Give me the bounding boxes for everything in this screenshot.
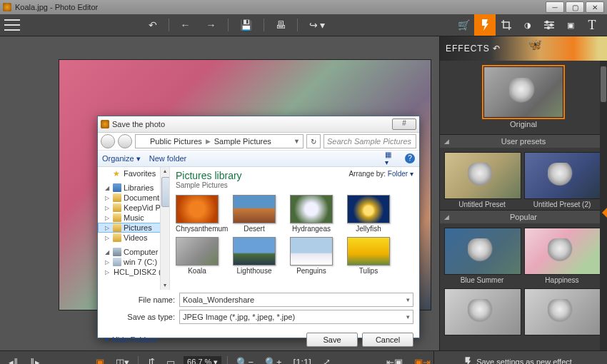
tree-item-selected[interactable]: Pictures <box>124 223 152 232</box>
forward-button[interactable]: → <box>202 16 221 34</box>
dialog-title: Save the photo <box>112 120 392 128</box>
tree-libraries[interactable]: Libraries <box>124 183 154 192</box>
breadcrumb-seg[interactable]: Public Pictures <box>150 137 202 146</box>
file-thumb[interactable]: Hydrangeas <box>290 195 333 233</box>
save-confirm-button[interactable]: Save <box>306 333 358 347</box>
file-thumb[interactable]: Penguins <box>290 237 333 275</box>
effects-panel: EFFECTS ↶ 🦋 Original ◢User presets Untit… <box>439 36 607 350</box>
tree-item[interactable]: Videos <box>124 233 147 242</box>
effect-thumb[interactable]: Untitled Preset <box>444 152 520 208</box>
refresh-button[interactable]: ↻ <box>306 134 321 148</box>
window-maximize-button[interactable]: ▢ <box>566 1 584 13</box>
search-input[interactable]: Search Sample Pictures <box>323 134 416 148</box>
dialog-nav: Public Pictures ▶ Sample Pictures ▼ ↻ Se… <box>98 133 419 151</box>
dialog-close-button[interactable]: # <box>392 118 416 130</box>
breadcrumb[interactable]: Public Pictures ▶ Sample Pictures ▼ <box>135 134 304 148</box>
dialog-titlebar[interactable]: Save the photo # <box>98 116 419 133</box>
effect-original-thumb[interactable] <box>483 66 563 118</box>
file-name-label: File name: <box>119 295 175 304</box>
file-thumb[interactable]: Jellyfish <box>347 195 390 233</box>
effect-thumb[interactable]: Happiness <box>524 228 600 284</box>
fill-button[interactable]: ⤢ <box>320 355 333 365</box>
effects-scrollbar[interactable] <box>600 61 607 350</box>
breadcrumb-dropdown-icon[interactable]: ▼ <box>294 138 300 145</box>
file-thumb-label: Hydrangeas <box>290 225 333 233</box>
tree-item[interactable]: Music <box>124 213 144 222</box>
canvas-area[interactable]: Save the photo # Public Pictures ▶ Sampl… <box>0 36 439 350</box>
file-thumb-label: Jellyfish <box>347 225 390 233</box>
save-button[interactable]: 💾 <box>236 16 256 34</box>
adjust-tab[interactable] <box>538 14 560 36</box>
histogram-button[interactable]: ▭ <box>164 355 178 365</box>
tree-drive[interactable]: win 7 (C:) <box>124 258 157 266</box>
breadcrumb-seg[interactable]: Sample Pictures <box>214 137 271 146</box>
undo-button[interactable]: ↶ <box>144 16 161 34</box>
file-thumb-label: Chrysanthemum <box>176 225 219 233</box>
single-view-button[interactable]: ▣ <box>93 355 107 365</box>
zoom-in-button[interactable]: 🔍+ <box>262 355 285 365</box>
text-tab[interactable]: T <box>581 14 603 36</box>
save-type-select[interactable]: JPEG Image (*.jpg, *.jpeg, *.jpe)▾ <box>179 310 413 324</box>
effect-thumb[interactable]: Untitled Preset (2) <box>524 152 600 208</box>
effect-label: Untitled Preset <box>444 201 520 208</box>
nav-forward-button[interactable] <box>118 134 132 148</box>
menu-button[interactable] <box>4 19 20 31</box>
section-popular[interactable]: ◢Popular <box>440 211 607 223</box>
share-button[interactable]: ↪ ▾ <box>305 16 330 34</box>
effect-label: Happiness <box>524 276 600 284</box>
view-toggle-button[interactable]: ⇵ <box>144 355 158 365</box>
svg-point-1 <box>551 24 553 26</box>
window-title: Koala.jpg - Photo Editor <box>15 3 546 11</box>
help-button[interactable]: ? <box>405 153 415 163</box>
view-mode-button[interactable]: ▦ ▾ <box>385 153 396 164</box>
import-button[interactable]: ⇤▣ <box>383 355 406 365</box>
undo-effects-icon[interactable]: ↶ <box>493 44 501 54</box>
frames-tab[interactable]: ▣ <box>560 14 581 36</box>
save-as-effect-button[interactable]: Save settings as new effect <box>433 351 601 364</box>
file-thumb[interactable]: Koala <box>176 237 219 275</box>
prev-image-button[interactable]: ◂∥ <box>6 355 21 365</box>
zoom-out-button[interactable]: 🔍− <box>234 355 256 365</box>
effect-thumb[interactable] <box>524 288 600 337</box>
file-thumb[interactable]: Desert <box>233 195 276 233</box>
file-thumb[interactable]: Lighthouse <box>233 237 276 275</box>
save-type-label: Save as type: <box>119 313 175 321</box>
folder-tree[interactable]: ★Favorites ◢Libraries ▷Documents ▷KeepVi… <box>98 167 170 290</box>
crop-tab[interactable] <box>496 14 517 36</box>
window-minimize-button[interactable]: ─ <box>546 1 564 13</box>
top-toolbar: ↶ ← → 💾 🖶 ↪ ▾ 🛒 ◑ ▣ T <box>0 14 607 36</box>
svg-point-2 <box>548 27 550 29</box>
dialog-app-icon <box>101 120 109 128</box>
hide-folders-toggle[interactable]: ▼Hide Folders <box>104 335 156 344</box>
effects-tab[interactable] <box>474 14 496 36</box>
effect-thumb[interactable]: Blue Summer <box>444 228 520 284</box>
new-folder-button[interactable]: New folder <box>149 154 187 163</box>
effect-thumb[interactable] <box>444 288 520 337</box>
cancel-button[interactable]: Cancel <box>362 333 413 347</box>
file-name-input[interactable]: Koala_Wondershare▾ <box>179 293 413 307</box>
section-user-presets[interactable]: ◢User presets <box>440 135 607 148</box>
file-thumb-label: Tulips <box>347 267 390 275</box>
fit-button[interactable]: [1:1] <box>291 355 314 365</box>
save-dialog: Save the photo # Public Pictures ▶ Sampl… <box>97 116 420 338</box>
organize-menu[interactable]: Organize ▾ <box>102 154 141 163</box>
tree-item[interactable]: Documents <box>124 193 164 202</box>
tree-favorites[interactable]: Favorites <box>124 169 156 178</box>
nav-back-button[interactable] <box>101 134 115 148</box>
tree-scrollbar[interactable]: ▴▾ <box>160 167 169 290</box>
arrange-by[interactable]: Arrange by: Folder ▾ <box>348 170 413 178</box>
butterfly-icon: 🦋 <box>528 38 543 51</box>
compare-view-button[interactable]: ◫▾ <box>113 355 132 365</box>
print-button[interactable]: 🖶 <box>271 16 290 34</box>
window-close-button[interactable]: ✕ <box>586 1 604 13</box>
cart-button[interactable]: 🛒 <box>453 16 474 34</box>
export-button[interactable]: ▣⇥ <box>411 355 433 365</box>
zoom-value[interactable]: 66.7 % ▾ <box>184 356 221 365</box>
file-thumb-label: Koala <box>176 267 219 275</box>
back-button[interactable]: ← <box>176 16 195 34</box>
next-image-button[interactable]: ∥▸ <box>27 355 43 365</box>
file-thumb[interactable]: Chrysanthemum <box>176 195 219 233</box>
tree-computer[interactable]: Computer <box>124 248 158 256</box>
file-thumb[interactable]: Tulips <box>347 237 390 275</box>
color-tab[interactable]: ◑ <box>517 14 538 36</box>
